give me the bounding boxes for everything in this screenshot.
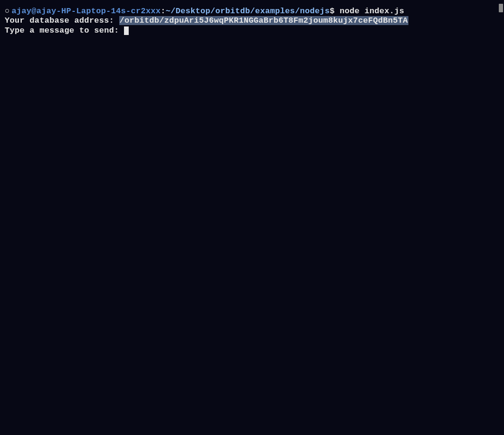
output-line-input-prompt: Type a message to send:	[5, 26, 499, 35]
prompt-bullet-icon: ○	[5, 7, 10, 16]
address-label: Your database address:	[5, 16, 119, 25]
command-text: node index.js	[340, 7, 405, 16]
terminal-window[interactable]: ○ajay@ajay-HP-Laptop-14s-cr2xxx:~/Deskto…	[0, 0, 504, 42]
cursor-icon[interactable]	[124, 26, 129, 35]
current-path: ~/Desktop/orbitdb/examples/nodejs	[166, 7, 330, 16]
scrollbar-thumb[interactable]	[499, 4, 503, 12]
prompt-colon: :	[161, 7, 166, 16]
scrollbar-track[interactable]	[499, 0, 503, 435]
user-host: ajay@ajay-HP-Laptop-14s-cr2xxx	[12, 7, 161, 16]
output-line-address: Your database address: /orbitdb/zdpuAri5…	[5, 16, 499, 26]
database-address: /orbitdb/zdpuAri5J6wqPKR1NGGaBrb6T8Fm2jo…	[119, 16, 408, 25]
prompt-line: ○ajay@ajay-HP-Laptop-14s-cr2xxx:~/Deskto…	[5, 7, 499, 16]
input-prompt-label: Type a message to send:	[5, 26, 124, 35]
prompt-dollar: $	[330, 7, 340, 16]
